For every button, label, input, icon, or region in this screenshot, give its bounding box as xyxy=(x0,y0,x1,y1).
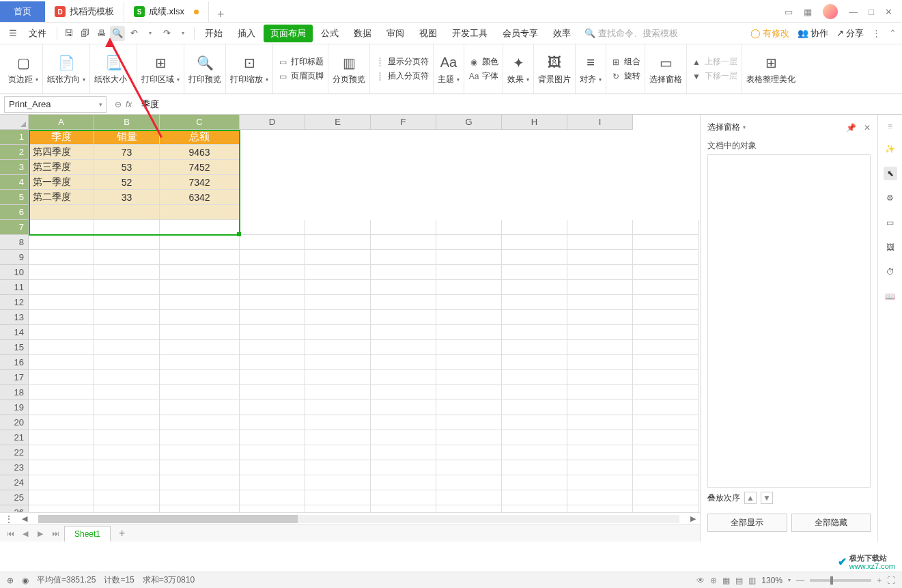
ribbon-group[interactable]: ⊞组合 xyxy=(610,56,640,68)
cell[interactable] xyxy=(160,205,240,220)
row-25[interactable]: 25 xyxy=(0,490,29,505)
cell[interactable]: 销量 xyxy=(94,130,160,145)
ribbon-margins[interactable]: ▢页边距 xyxy=(4,44,43,94)
menu-formula[interactable]: 公式 xyxy=(314,25,346,42)
cell[interactable] xyxy=(371,310,436,325)
cell[interactable] xyxy=(567,475,633,490)
cell[interactable] xyxy=(240,385,305,400)
cell[interactable] xyxy=(305,490,371,505)
cell[interactable] xyxy=(305,475,371,490)
row-3[interactable]: 3 xyxy=(0,160,29,175)
cell[interactable] xyxy=(305,250,371,265)
cell[interactable] xyxy=(94,445,160,460)
cell[interactable] xyxy=(240,220,305,235)
cell[interactable] xyxy=(633,220,699,235)
cell[interactable] xyxy=(371,340,436,355)
normal-view-icon[interactable]: ▦ xyxy=(722,576,730,585)
cell[interactable] xyxy=(502,415,567,430)
cell[interactable] xyxy=(436,355,502,370)
apps-icon[interactable]: ▦ xyxy=(804,7,812,17)
ribbon-align[interactable]: ≡对齐 xyxy=(576,44,606,94)
objects-list[interactable] xyxy=(707,154,871,488)
cell[interactable] xyxy=(240,415,305,430)
cell[interactable] xyxy=(240,445,305,460)
file-menu[interactable]: 文件 xyxy=(22,25,53,42)
menu-efficiency[interactable]: 效率 xyxy=(546,25,578,42)
cell[interactable] xyxy=(502,460,567,475)
cell[interactable] xyxy=(567,430,633,445)
cell[interactable] xyxy=(436,280,502,295)
cell[interactable] xyxy=(436,235,502,250)
zoom-level[interactable]: 130% xyxy=(761,576,783,585)
col-H[interactable]: H xyxy=(502,115,567,130)
cell[interactable] xyxy=(371,400,436,415)
cell[interactable] xyxy=(567,355,633,370)
command-search[interactable]: 🔍 查找命令、搜索模板 xyxy=(579,27,678,40)
cell[interactable] xyxy=(633,310,699,325)
cell[interactable] xyxy=(94,490,160,505)
cell[interactable] xyxy=(633,460,699,475)
cell[interactable] xyxy=(436,415,502,430)
sheet-nav-next[interactable]: ▶ xyxy=(34,529,46,538)
move-down-button[interactable]: ▼ xyxy=(761,492,773,504)
fx-icon[interactable]: fx xyxy=(126,100,132,109)
row-18[interactable]: 18 xyxy=(0,385,29,400)
cell[interactable] xyxy=(567,505,633,512)
cell[interactable] xyxy=(633,445,699,460)
cell[interactable] xyxy=(371,265,436,280)
cell[interactable] xyxy=(240,340,305,355)
ribbon-table-beautify[interactable]: ⊞表格整理美化 xyxy=(742,44,800,94)
cell[interactable] xyxy=(502,490,567,505)
fullscreen-icon[interactable]: ⛶ xyxy=(887,576,895,585)
close-button[interactable]: ✕ xyxy=(885,7,892,17)
cell[interactable] xyxy=(94,370,160,385)
row-22[interactable]: 22 xyxy=(0,445,29,460)
cell[interactable] xyxy=(502,250,567,265)
ribbon-show-breaks[interactable]: ┊显示分页符 xyxy=(374,56,429,68)
menu-insert[interactable]: 插入 xyxy=(231,25,262,42)
cell[interactable] xyxy=(567,385,633,400)
row-1[interactable]: 1 xyxy=(0,130,29,145)
ribbon-print-preview[interactable]: 🔍打印预览 xyxy=(184,44,226,94)
sheet-tab[interactable]: Sheet1 xyxy=(64,526,111,542)
cell[interactable] xyxy=(371,250,436,265)
ribbon-orientation[interactable]: 📄纸张方向 xyxy=(43,44,90,94)
cell[interactable] xyxy=(436,400,502,415)
ribbon-size[interactable]: 📃纸张大小 xyxy=(90,44,137,94)
cell[interactable] xyxy=(29,250,94,265)
row-5[interactable]: 5 xyxy=(0,190,29,205)
name-box[interactable]: Print_Area xyxy=(4,96,107,113)
zoom-out-button[interactable]: — xyxy=(796,576,804,585)
cell[interactable] xyxy=(567,235,633,250)
cell[interactable] xyxy=(502,505,567,512)
cell[interactable] xyxy=(240,505,305,512)
cell[interactable] xyxy=(160,355,240,370)
cell[interactable]: 9463 xyxy=(160,145,240,160)
cell[interactable] xyxy=(371,445,436,460)
cell[interactable] xyxy=(371,475,436,490)
cell[interactable] xyxy=(436,445,502,460)
cell[interactable] xyxy=(305,310,371,325)
menu-member[interactable]: 会员专享 xyxy=(496,25,545,42)
ribbon-bring-forward[interactable]: ▲上移一层 xyxy=(691,56,737,68)
cell[interactable] xyxy=(371,505,436,512)
cell[interactable] xyxy=(633,295,699,310)
cell[interactable] xyxy=(567,340,633,355)
cell[interactable] xyxy=(436,370,502,385)
ribbon-fonts[interactable]: Aa字体 xyxy=(468,70,498,82)
sheet-nav-prev[interactable]: ◀ xyxy=(19,529,31,538)
cell[interactable] xyxy=(371,430,436,445)
cell[interactable] xyxy=(240,475,305,490)
minimize-button[interactable]: — xyxy=(849,7,858,17)
cell[interactable] xyxy=(502,445,567,460)
cell[interactable] xyxy=(160,250,240,265)
cell[interactable] xyxy=(29,310,94,325)
cell[interactable] xyxy=(567,325,633,340)
tab-home[interactable]: 首页 xyxy=(0,1,45,22)
cell[interactable] xyxy=(305,355,371,370)
cell[interactable] xyxy=(29,325,94,340)
cell[interactable] xyxy=(567,295,633,310)
cell[interactable] xyxy=(29,280,94,295)
cell[interactable] xyxy=(29,295,94,310)
cell[interactable]: 总额 xyxy=(160,130,240,145)
